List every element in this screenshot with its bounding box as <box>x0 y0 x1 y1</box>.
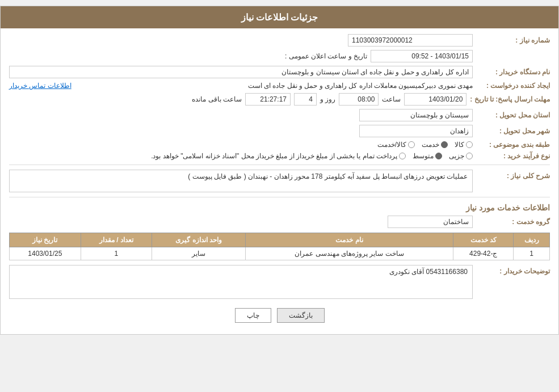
process-label: نوع فرآیند خرید : <box>476 152 550 160</box>
service-group-label: گروه خدمت : <box>476 218 550 226</box>
table-cell-1: ج-42-429 <box>453 247 514 260</box>
description-value: عملیات تعویض درزهای انبساط پل سفید آبه ک… <box>188 172 468 180</box>
response-remaining-value: 21:27:17 <box>260 95 287 103</box>
province-row: استان محل تحویل : سیستان و بلوچستان <box>9 109 550 121</box>
response-time-label: ساعت <box>382 95 401 103</box>
radio-khedmat-icon <box>441 141 448 148</box>
table-cell-5: 1403/01/25 <box>10 247 81 260</box>
col-header-service-name: نام خدمت <box>246 233 453 247</box>
city-field: زاهدان <box>359 125 473 137</box>
col-header-row-num: ردیف <box>514 233 550 247</box>
buyer-notes-field: 05431166380 آقای نکودری <box>9 265 473 299</box>
city-value: زاهدان <box>450 127 469 135</box>
content-area: شماره نیاز : 1103003972000012 1403/01/15… <box>1 28 558 334</box>
process-row: نوع فرآیند خرید : جزیی متوسط پرداخت تمام… <box>9 152 550 160</box>
page-header: جزئیات اطلاعات نیاز <box>1 6 558 28</box>
process-jozi-label: جزیی <box>449 152 464 160</box>
announce-datetime-row: 1403/01/15 - 09:52 تاریخ و ساعت اعلان عم… <box>9 50 550 62</box>
province-label: استان محل تحویل : <box>476 111 550 119</box>
response-day-field: 4 <box>294 93 317 106</box>
service-group-value: ساختمان <box>443 218 469 226</box>
footer-buttons: بازگشت چاپ <box>9 308 550 323</box>
col-header-date: تاریخ نیاز <box>10 233 81 247</box>
creator-value: مهدی نموری دبیرکمیسیون معاملات اداره کل … <box>75 82 473 90</box>
service-group-field: ساختمان <box>388 216 473 228</box>
response-time-value: 08:00 <box>358 95 375 103</box>
response-date-field: 1403/01/20 <box>404 93 466 106</box>
buyer-org-field: اداره کل راهداری و حمل و نقل جاده ای است… <box>9 66 473 78</box>
province-field: سیستان و بلوچستان <box>359 109 473 121</box>
category-option-kala: کالا <box>455 141 473 149</box>
description-field: عملیات تعویض درزهای انبساط پل سفید آبه ک… <box>9 170 473 192</box>
services-table: ردیف کد خدمت نام خدمت واحد اندازه گیری ت… <box>9 233 550 260</box>
radio-jozi-icon <box>466 153 473 159</box>
need-number-value: 1103003972000012 <box>352 36 413 44</box>
need-number-row: شماره نیاز : 1103003972000012 <box>9 34 550 47</box>
process-option-mottavset: متوسط <box>413 152 442 160</box>
col-header-service-code: کد خدمت <box>453 233 514 247</box>
response-remaining-label: ساعت باقی مانده <box>192 95 242 103</box>
table-cell-0: 1 <box>514 247 550 260</box>
back-button[interactable]: بازگشت <box>277 308 325 323</box>
description-label: شرح کلی نیاز : <box>476 172 550 180</box>
category-kala-label: کالا <box>455 141 464 149</box>
response-deadline-label: مهلت ارسال پاسخ: تا تاریخ : <box>470 95 550 103</box>
category-label: طبقه بندی موضوعی : <box>476 141 550 149</box>
need-number-label: شماره نیاز : <box>476 36 550 44</box>
services-info-title: اطلاعات خدمات مورد نیاز <box>9 203 550 212</box>
announce-datetime-field: 1403/01/15 - 09:52 <box>371 50 473 62</box>
creator-row: ایجاد کننده درخواست : مهدی نموری دبیرکمی… <box>9 82 550 90</box>
response-date-value: 1403/01/20 <box>428 95 463 103</box>
col-header-qty: تعداد / مقدار <box>81 233 152 247</box>
response-remaining-field: 21:27:17 <box>245 93 291 106</box>
response-day-label: روز و <box>320 95 335 103</box>
process-option-jozi: جزیی <box>449 152 473 160</box>
buyer-notes-label: توضیحات خریدار : <box>476 267 550 275</box>
radio-special-icon <box>399 153 406 159</box>
divider2 <box>9 197 550 197</box>
description-row: شرح کلی نیاز : عملیات تعویض درزهای انبسا… <box>9 170 550 192</box>
table-row: 1ج-42-429ساخت سایر پروژه‌های مهندسی عمرا… <box>10 247 550 260</box>
buyer-notes-section: توضیحات خریدار : 05431166380 آقای نکودری <box>9 265 550 299</box>
response-deadline-row: مهلت ارسال پاسخ: تا تاریخ : 1403/01/20 س… <box>9 93 550 106</box>
category-option-kala-khedmat: کالا/خدمت <box>377 141 415 149</box>
category-option-khedmat: خدمت <box>422 141 448 149</box>
radio-mottavset-icon <box>435 153 442 159</box>
province-value: سیستان و بلوچستان <box>410 111 469 119</box>
table-cell-2: ساخت سایر پروژه‌های مهندسی عمران <box>246 247 453 260</box>
radio-kala-khedmat-icon <box>408 141 415 148</box>
services-table-section: ردیف کد خدمت نام خدمت واحد اندازه گیری ت… <box>9 233 550 260</box>
table-cell-3: سایر <box>152 247 246 260</box>
creator-label: ایجاد کننده درخواست : <box>476 82 550 90</box>
category-radio-group: کالا خدمت کالا/خدمت <box>377 141 473 149</box>
response-day-value: 4 <box>309 95 313 103</box>
creator-link[interactable]: اطلاعات تماس خریدار <box>9 82 72 90</box>
need-number-field: 1103003972000012 <box>348 34 473 47</box>
process-special-label: پرداخت تمام یا بخشی از مبلغ خریداز از مب… <box>151 152 397 160</box>
service-group-row: گروه خدمت : ساختمان <box>9 216 550 228</box>
table-header-row: ردیف کد خدمت نام خدمت واحد اندازه گیری ت… <box>10 233 550 247</box>
process-radio-group: جزیی متوسط پرداخت تمام یا بخشی از مبلغ خ… <box>151 152 473 160</box>
category-row: طبقه بندی موضوعی : کالا خدمت کالا/خدمت <box>9 141 550 149</box>
page-title: جزئیات اطلاعات نیاز <box>241 12 318 22</box>
divider1 <box>9 165 550 165</box>
category-kala-khedmat-label: کالا/خدمت <box>377 141 406 149</box>
buyer-org-value: اداره کل راهداری و حمل و نقل جاده ای است… <box>281 68 469 76</box>
table-cell-4: 1 <box>81 247 152 260</box>
process-mottavset-label: متوسط <box>413 152 434 160</box>
category-khedmat-label: خدمت <box>422 141 439 149</box>
process-option-special: پرداخت تمام یا بخشی از مبلغ خریداز از مب… <box>151 152 406 160</box>
buyer-org-row: نام دستگاه خریدار : اداره کل راهداری و ح… <box>9 66 550 78</box>
city-row: شهر محل تحویل : زاهدان <box>9 125 550 137</box>
radio-kala-icon <box>466 141 473 148</box>
buyer-org-label: نام دستگاه خریدار : <box>476 68 550 76</box>
city-label: شهر محل تحویل : <box>476 127 550 135</box>
col-header-unit: واحد اندازه گیری <box>152 233 246 247</box>
response-time-field: 08:00 <box>339 93 379 106</box>
page-container: جزئیات اطلاعات نیاز شماره نیاز : 1103003… <box>0 6 559 335</box>
print-button[interactable]: چاپ <box>235 308 271 323</box>
buyer-notes-value: 05431166380 آقای نکودری <box>389 268 468 276</box>
announce-datetime-label: تاریخ و ساعت اعلان عمومی : <box>285 52 367 60</box>
announce-datetime-value: 1403/01/15 - 09:52 <box>411 52 469 60</box>
